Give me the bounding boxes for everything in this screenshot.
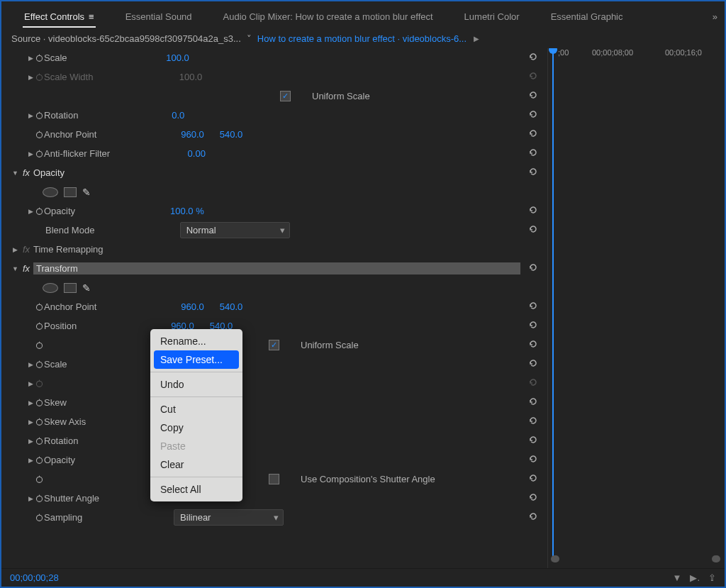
stopwatch-icon[interactable]	[35, 475, 44, 484]
menu-copy[interactable]: Copy	[150, 418, 242, 437]
stopwatch-icon[interactable]	[35, 513, 44, 522]
menu-undo[interactable]: Undo	[150, 375, 242, 394]
reset-icon[interactable]	[527, 492, 542, 505]
stopwatch-icon[interactable]	[35, 494, 44, 503]
reset-icon[interactable]	[527, 109, 542, 122]
play-icon[interactable]: ▶	[474, 35, 479, 43]
play-only-icon[interactable]: ▶.	[690, 572, 700, 583]
disclosure-icon[interactable]	[11, 169, 19, 177]
timeline-ruler[interactable]: ;00 00;00;08;00 00;00;16;0	[547, 48, 725, 568]
stopwatch-icon[interactable]	[35, 111, 44, 120]
pen-mask-icon[interactable]: ✎	[82, 282, 91, 294]
fx-badge[interactable]: fx	[19, 263, 33, 274]
value-rotation[interactable]: 0.0	[172, 110, 184, 121]
stopwatch-icon[interactable]	[35, 455, 44, 465]
tab-essential-sound[interactable]: Essential Sound	[110, 6, 208, 28]
tab-lumetri-color[interactable]: Lumetri Color	[449, 6, 535, 28]
stopwatch-icon[interactable]	[35, 302, 44, 311]
dropdown-blend-mode[interactable]: Normal	[180, 222, 290, 238]
disclosure-icon[interactable]	[27, 73, 35, 81]
playhead-handle[interactable]	[549, 48, 557, 54]
mask-tools[interactable]: ✎	[43, 282, 91, 294]
stopwatch-icon[interactable]	[35, 436, 44, 445]
value-opacity[interactable]: 100.0 %	[170, 206, 204, 216]
reset-icon[interactable]	[527, 166, 542, 179]
stopwatch-icon[interactable]	[35, 340, 44, 350]
menu-save-preset[interactable]: Save Preset...	[154, 350, 239, 369]
value-t-anchor-x[interactable]: 960.0	[181, 301, 204, 312]
chevron-down-icon[interactable]: ˅	[247, 33, 252, 44]
stopwatch-icon[interactable]	[35, 206, 44, 216]
export-icon[interactable]: ⇪	[708, 572, 716, 583]
stopwatch-icon[interactable]	[35, 360, 44, 369]
source-label[interactable]: Source · videoblocks-65c2bcaa9598cf30975…	[11, 33, 241, 44]
reset-icon[interactable]	[527, 223, 542, 237]
disclosure-icon[interactable]	[27, 399, 35, 406]
stopwatch-icon[interactable]	[35, 417, 44, 426]
reset-icon[interactable]	[527, 89, 542, 103]
value-t-anchor-y[interactable]: 540.0	[220, 301, 243, 312]
checkbox-t-uniform[interactable]	[269, 340, 279, 350]
reset-icon[interactable]	[527, 262, 542, 275]
filter-icon[interactable]: ▼	[673, 572, 682, 583]
stopwatch-icon[interactable]	[35, 321, 44, 331]
tabs-overflow[interactable]: »	[713, 11, 717, 22]
timecode[interactable]: 00;00;00;28	[10, 572, 59, 583]
dropdown-sampling[interactable]: Bilinear	[174, 509, 284, 526]
disclosure-icon[interactable]	[11, 245, 19, 253]
checkbox-uniform-scale[interactable]	[280, 91, 291, 101]
reset-icon[interactable]	[527, 300, 542, 314]
disclosure-icon[interactable]	[27, 418, 35, 426]
sequence-link[interactable]: How to create a motion blur effect · vid…	[257, 33, 467, 44]
zoom-handle-right[interactable]	[712, 555, 720, 562]
reset-icon[interactable]	[527, 128, 542, 141]
reset-icon[interactable]	[527, 434, 542, 448]
reset-icon[interactable]	[527, 511, 542, 524]
disclosure-icon[interactable]	[27, 150, 35, 157]
stopwatch-icon[interactable]	[35, 398, 44, 407]
zoom-handle-left[interactable]	[551, 555, 559, 562]
rect-mask-icon[interactable]	[64, 187, 77, 197]
menu-select-all[interactable]: Select All	[150, 480, 242, 499]
reset-icon[interactable]	[527, 319, 542, 333]
fx-badge[interactable]: fx	[19, 244, 33, 255]
stopwatch-icon[interactable]	[35, 53, 44, 62]
disclosure-icon[interactable]	[27, 207, 35, 215]
stopwatch-icon[interactable]	[35, 149, 44, 158]
mask-tools[interactable]: ✎	[43, 187, 91, 198]
value-antiflicker[interactable]: 0.00	[188, 148, 206, 159]
tab-effect-controls[interactable]: Effect Controls≡	[9, 6, 110, 28]
reset-icon[interactable]	[527, 338, 542, 352]
reset-icon[interactable]	[527, 453, 542, 467]
disclosure-icon[interactable]	[27, 360, 35, 368]
value-scale[interactable]: 100.0	[166, 52, 189, 63]
disclosure-icon[interactable]	[27, 494, 35, 502]
reset-icon[interactable]	[527, 147, 542, 160]
tab-essential-graphic[interactable]: Essential Graphic	[535, 6, 639, 28]
disclosure-icon[interactable]	[27, 379, 35, 387]
stopwatch-icon[interactable]	[35, 130, 44, 139]
reset-icon[interactable]	[527, 357, 542, 371]
ellipse-mask-icon[interactable]	[43, 187, 58, 197]
menu-clear[interactable]: Clear	[150, 455, 242, 474]
disclosure-icon[interactable]	[27, 111, 35, 119]
hamburger-icon[interactable]: ≡	[89, 11, 94, 22]
tab-audio-mixer[interactable]: Audio Clip Mixer: How to create a motion…	[208, 6, 449, 28]
reset-icon[interactable]	[527, 415, 542, 428]
fx-transform[interactable]: Transform	[33, 262, 520, 274]
reset-icon[interactable]	[527, 51, 542, 65]
reset-icon[interactable]	[527, 204, 542, 218]
fx-time-remap[interactable]: Time Remapping	[33, 244, 104, 255]
disclosure-icon[interactable]	[27, 437, 35, 445]
checkbox-shutter-comp[interactable]	[269, 474, 279, 484]
pen-mask-icon[interactable]: ✎	[82, 187, 91, 198]
menu-rename[interactable]: Rename...	[150, 332, 242, 350]
disclosure-icon[interactable]	[27, 456, 35, 464]
fx-opacity[interactable]: Opacity	[33, 167, 65, 178]
reset-icon[interactable]	[527, 472, 542, 486]
fx-badge[interactable]: fx	[19, 167, 33, 178]
value-anchor-x[interactable]: 960.0	[181, 129, 204, 140]
disclosure-icon[interactable]	[11, 265, 19, 272]
value-anchor-y[interactable]: 540.0	[220, 129, 243, 140]
menu-cut[interactable]: Cut	[150, 400, 242, 418]
